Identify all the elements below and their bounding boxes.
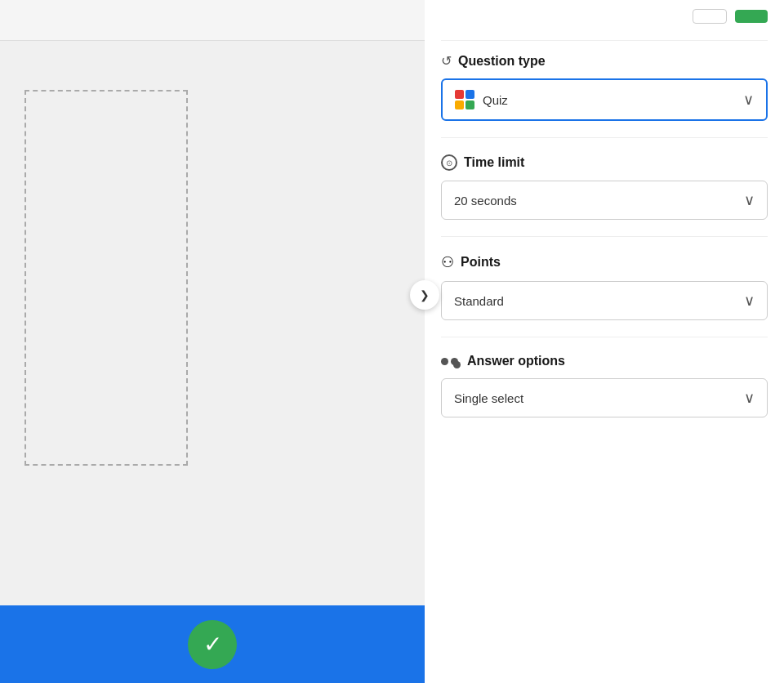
question-type-dropdown[interactable]: Quiz ∨ — [441, 78, 768, 121]
clock-icon: ⊙ — [441, 154, 457, 171]
question-type-chevron-icon: ∨ — [743, 91, 754, 109]
left-panel: ❯ ✓ — [0, 0, 425, 683]
points-title: Points — [461, 255, 501, 270]
time-limit-section: ⊙ Time limit 20 seconds ∨ — [441, 154, 768, 220]
expand-arrow-button[interactable]: ❯ — [410, 280, 439, 310]
right-panel: ↺ Question type Quiz ∨ ⊙ Time limit — [425, 0, 784, 683]
quiz-icon-green — [466, 100, 474, 109]
points-icon: ⚇ — [441, 253, 454, 271]
points-chevron-icon: ∨ — [744, 292, 755, 310]
time-limit-title: Time limit — [464, 155, 524, 170]
divider-1 — [441, 137, 768, 138]
time-limit-value: 20 seconds — [454, 194, 517, 208]
points-value: Standard — [454, 294, 504, 308]
time-limit-dropdown[interactable]: 20 seconds ∨ — [441, 181, 768, 220]
answer-options-icon — [441, 355, 461, 368]
save-button[interactable] — [735, 10, 768, 23]
quiz-icon-blue — [466, 90, 474, 99]
question-type-dropdown-left: Quiz — [455, 90, 508, 109]
cancel-button[interactable] — [693, 9, 727, 24]
quiz-icon-yellow — [455, 100, 464, 109]
question-type-title: Question type — [458, 54, 546, 69]
answer-options-dropdown[interactable]: Single select ∨ — [441, 378, 768, 417]
checkmark-circle: ✓ — [188, 620, 237, 669]
answer-options-chevron-icon: ∨ — [744, 389, 755, 407]
question-type-section: ↺ Question type Quiz ∨ — [441, 53, 768, 121]
right-panel-toolbar — [441, 0, 768, 41]
points-header: ⚇ Points — [441, 253, 768, 271]
quiz-icon — [455, 90, 474, 109]
divider-2 — [441, 236, 768, 237]
answer-options-section: Answer options Single select ∨ — [441, 354, 768, 417]
left-panel-bottom-bar: ✓ — [0, 605, 425, 683]
question-type-value: Quiz — [483, 93, 508, 107]
left-panel-top-bar — [0, 0, 425, 41]
points-dropdown[interactable]: Standard ∨ — [441, 281, 768, 320]
dashed-selection-box — [24, 90, 188, 466]
answer-options-header: Answer options — [441, 354, 768, 368]
time-limit-header: ⊙ Time limit — [441, 154, 768, 171]
quiz-icon-red — [455, 90, 464, 99]
answer-dot-3 — [453, 361, 461, 368]
points-section: ⚇ Points Standard ∨ — [441, 253, 768, 320]
left-panel-content: ❯ — [0, 41, 425, 605]
checkmark-icon: ✓ — [203, 631, 222, 658]
arrow-right-icon: ❯ — [420, 288, 430, 301]
divider-3 — [441, 337, 768, 337]
answer-options-title: Answer options — [467, 354, 565, 368]
answer-dot-1 — [441, 358, 448, 365]
question-type-icon: ↺ — [441, 53, 452, 69]
time-limit-chevron-icon: ∨ — [744, 191, 755, 209]
question-type-header: ↺ Question type — [441, 53, 768, 69]
answer-options-value: Single select — [454, 391, 523, 405]
